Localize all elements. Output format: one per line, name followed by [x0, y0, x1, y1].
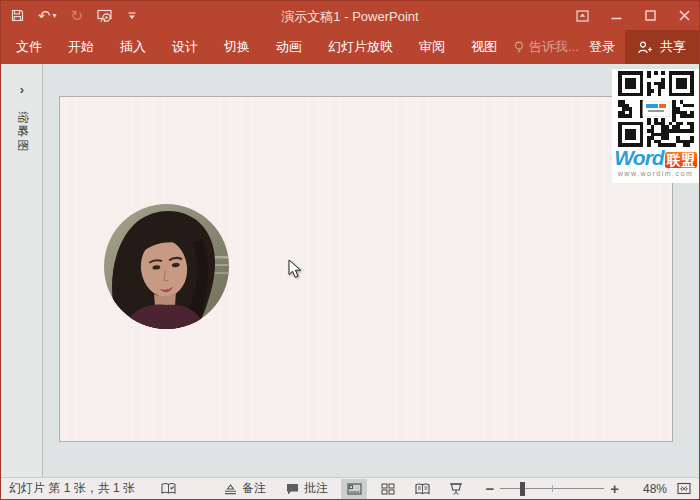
share-button[interactable]: 共享: [625, 30, 699, 64]
tab-design[interactable]: 设计: [159, 30, 211, 64]
thumbnail-pane-label: 缩略图: [1, 122, 43, 141]
maximize-button[interactable]: [643, 9, 657, 23]
normal-view-icon: [347, 483, 362, 495]
notes-button[interactable]: 备注: [224, 480, 266, 497]
zoom-out-button[interactable]: −: [481, 481, 498, 496]
tab-transitions[interactable]: 切换: [211, 30, 263, 64]
tab-slideshow[interactable]: 幻灯片放映: [315, 30, 406, 64]
reading-view-icon: [415, 483, 430, 495]
zoom-slider[interactable]: [500, 482, 604, 496]
expand-pane-chevron-icon[interactable]: ›: [1, 82, 43, 97]
sign-in-button[interactable]: 登录: [579, 38, 625, 56]
redo-button[interactable]: ↻: [71, 8, 84, 23]
comments-label: 批注: [304, 480, 328, 497]
tab-home[interactable]: 开始: [55, 30, 107, 64]
status-bar: 幻灯片 第 1 张，共 1 张 备注 批注: [1, 477, 699, 499]
share-label: 共享: [660, 38, 686, 56]
tell-me-label: 告诉我...: [529, 38, 579, 56]
watermark-logo: Word联盟: [612, 147, 699, 168]
logo-word-text: Word: [614, 147, 663, 168]
close-icon: [679, 10, 690, 21]
customize-quick-access-button[interactable]: [127, 11, 137, 21]
status-bar-right: − + 48%: [333, 479, 691, 499]
slideshow-view-button[interactable]: [443, 479, 469, 499]
undo-icon: ↶: [38, 8, 51, 23]
logo-cn-text: 联盟: [665, 152, 697, 168]
redo-icon: ↻: [71, 8, 84, 23]
save-button[interactable]: [11, 9, 24, 22]
tab-review[interactable]: 审阅: [406, 30, 458, 64]
slide-sorter-view-button[interactable]: [375, 479, 401, 499]
window-title: 演示文稿1 - PowerPoint: [281, 8, 418, 26]
circular-portrait-image[interactable]: [104, 204, 229, 329]
zoom-level[interactable]: 48%: [631, 482, 667, 496]
save-icon: [11, 9, 24, 22]
window-controls: [575, 1, 691, 30]
minimize-icon: [611, 10, 622, 22]
powerpoint-window: ↶ ▾ ↻ 演示文稿1 - PowerPoint: [0, 0, 700, 500]
watermark-panel: Word联盟 www.wordlm.com: [612, 69, 699, 183]
slide-canvas[interactable]: [59, 96, 673, 442]
mouse-cursor: [288, 259, 302, 279]
fit-window-icon: [677, 482, 691, 495]
lightbulb-icon: [514, 41, 524, 54]
quick-access-toolbar: ↶ ▾ ↻: [1, 8, 137, 23]
fit-slide-to-window-button[interactable]: [677, 482, 691, 495]
comments-button[interactable]: 批注: [286, 480, 328, 497]
ribbon-tab-bar: 文件 开始 插入 设计 切换 动画 幻灯片放映 审阅 视图 告诉我... 登录 …: [1, 30, 699, 64]
spell-check-button[interactable]: [161, 482, 176, 495]
notes-label: 备注: [242, 480, 266, 497]
start-slideshow-button[interactable]: [97, 9, 113, 23]
normal-view-button[interactable]: [341, 479, 367, 499]
tell-me-box[interactable]: 告诉我...: [514, 38, 579, 56]
tab-insert[interactable]: 插入: [107, 30, 159, 64]
slideshow-view-icon: [449, 483, 463, 495]
maximize-icon: [645, 10, 656, 21]
notes-icon: [224, 483, 237, 495]
slide-counter[interactable]: 幻灯片 第 1 张，共 1 张: [9, 480, 135, 497]
tab-file[interactable]: 文件: [3, 30, 55, 64]
comment-icon: [286, 483, 299, 495]
title-bar: ↶ ▾ ↻ 演示文稿1 - PowerPoint: [1, 1, 699, 30]
zoom-slider-thumb[interactable]: [520, 482, 525, 496]
zoom-slider-center-tick: [552, 485, 553, 492]
thumbnail-pane-collapsed[interactable]: › 缩略图: [1, 64, 43, 477]
tab-animations[interactable]: 动画: [263, 30, 315, 64]
ribbon-display-options-icon: [576, 10, 589, 22]
tab-view[interactable]: 视图: [458, 30, 510, 64]
slide-sorter-icon: [381, 483, 395, 495]
spell-check-book-icon: [161, 482, 176, 495]
reading-view-button[interactable]: [409, 479, 435, 499]
customize-toolbar-icon: [127, 11, 137, 21]
watermark-url: www.wordlm.com: [612, 170, 699, 177]
ribbon-display-options-button[interactable]: [575, 9, 589, 23]
minimize-button[interactable]: [609, 9, 623, 23]
undo-button[interactable]: ↶ ▾: [38, 8, 57, 23]
zoom-in-button[interactable]: +: [606, 481, 623, 496]
start-slideshow-icon: [97, 9, 113, 23]
qr-code: [612, 71, 699, 147]
workspace: › 缩略图: [1, 64, 699, 477]
undo-dropdown-icon: ▾: [53, 11, 57, 20]
share-person-icon: [638, 41, 653, 54]
close-button[interactable]: [677, 9, 691, 23]
